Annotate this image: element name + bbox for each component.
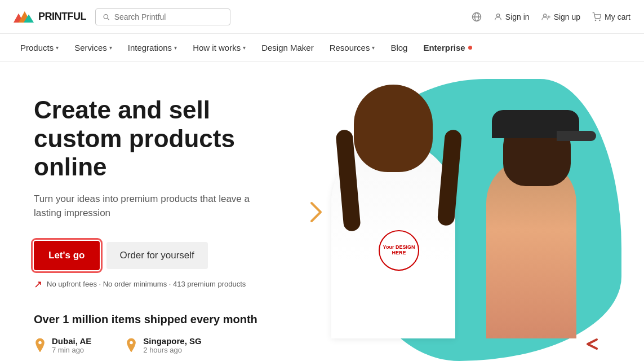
person-front: Your DESIGN HERE [323,85,475,338]
shipped-title: Over 1 million items shipped every month [34,313,327,326]
sign-in-label: Sign in [505,12,530,21]
hero-visual: Your DESIGN HERE [317,62,644,361]
nav-enterprise[interactable]: Enterprise [416,34,478,61]
cart-icon [592,12,602,21]
location-dubai: Dubai, AE 7 min ago [34,336,91,354]
hero-title: Create and sell custom products online [34,96,293,182]
chevron-down-icon: ▾ [109,45,112,51]
nav-design-maker[interactable]: Design Maker [255,34,321,61]
logo-text: PRINTFUL [38,11,86,23]
hoodie-design: Your DESIGN HERE [379,230,419,271]
svg-line-4 [108,18,109,20]
site-header: PRINTFUL Sign in [0,0,644,34]
globe-button[interactable] [471,11,482,23]
logo-link[interactable]: PRINTFUL [14,9,86,25]
order-for-yourself-button[interactable]: Order for yourself [106,242,208,269]
nav-blog[interactable]: Blog [384,34,414,61]
svg-point-13 [599,20,600,20]
logo-icon [14,9,34,25]
hero-section: Create and sell custom products online T… [0,62,644,361]
hero-shipped: Over 1 million items shipped every month… [34,313,327,354]
chevron-down-icon: ▾ [243,45,246,51]
chevron-down-icon: ▾ [174,45,177,51]
search-bar [95,8,230,25]
cart-label: My cart [605,12,630,21]
svg-point-3 [104,14,108,18]
nav-integrations[interactable]: Integrations ▾ [121,34,184,61]
location-name-singapore: Singapore, SG [143,336,201,346]
chevron-down-icon: ▾ [56,45,59,51]
nav-products[interactable]: Products ▾ [14,34,65,61]
globe-icon [471,11,482,23]
search-icon [103,13,110,21]
arrow-indicator-icon: ↗ [34,278,42,290]
chevron-down-icon: ▾ [372,45,375,51]
hero-subtitle: Turn your ideas into premium products th… [34,192,259,221]
location-pin-icon [34,337,46,353]
cart-button[interactable]: My cart [592,12,630,21]
features-text: No upfront fees · No order minimums · 41… [47,280,246,288]
hero-features: ↗ No upfront fees · No order minimums · … [34,278,327,290]
hero-buttons: Let's go Order for yourself [34,241,327,270]
svg-point-8 [496,14,499,16]
hero-content: Create and sell custom products online T… [34,85,327,354]
svg-point-9 [543,14,546,16]
svg-point-12 [595,20,596,20]
header-right: Sign in Sign up My cart [471,11,630,23]
location-time-dubai: 7 min ago [52,346,91,354]
nav-services[interactable]: Services ▾ [68,34,119,61]
sign-up-label: Sign up [554,12,580,21]
locations-list: Dubai, AE 7 min ago Singapore, SG 2 hour… [34,336,327,354]
nav-resources[interactable]: Resources ▾ [323,34,382,61]
lets-go-button[interactable]: Let's go [34,241,100,270]
location-time-singapore: 2 hours ago [143,346,201,354]
location-name-dubai: Dubai, AE [52,336,91,346]
hero-image: Your DESIGN HERE [317,62,610,338]
location-singapore: Singapore, SG 2 hours ago [125,336,201,354]
svg-point-14 [38,341,42,344]
add-user-icon [541,12,551,21]
nav-how-it-works[interactable]: How it works ▾ [186,34,252,61]
svg-point-15 [130,341,134,344]
slider-prev-arrow[interactable] [583,337,599,354]
sign-up-button[interactable]: Sign up [541,12,580,21]
enterprise-badge [468,46,472,50]
person-back [475,107,599,338]
user-icon [494,12,503,21]
main-nav: Products ▾ Services ▾ Integrations ▾ How… [0,34,644,62]
location-pin-icon [125,337,137,353]
sign-in-button[interactable]: Sign in [494,12,530,21]
search-input[interactable] [114,12,223,21]
